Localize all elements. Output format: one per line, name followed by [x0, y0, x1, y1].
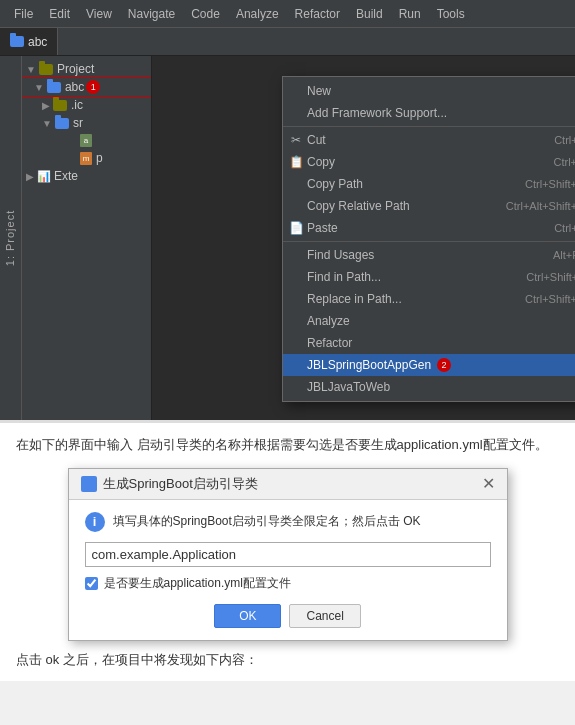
ok-button[interactable]: OK [214, 604, 281, 628]
menu-refactor[interactable]: Refactor [287, 5, 348, 23]
ctx-add-framework[interactable]: Add Framework Support... [283, 102, 575, 124]
ctx-jbl-spring-label: JBLSpringBootAppGen [307, 358, 431, 372]
tree-m[interactable]: m p [22, 149, 151, 167]
ctx-refactor[interactable]: Refactor ▶ [283, 332, 575, 354]
menu-file[interactable]: File [6, 5, 41, 23]
tree-project[interactable]: ▼ Project [22, 60, 151, 78]
menu-build[interactable]: Build [348, 5, 391, 23]
ctx-paste[interactable]: 📄 Paste Ctrl+V [283, 217, 575, 239]
tab-bar: abc [0, 28, 575, 56]
menu-run[interactable]: Run [391, 5, 429, 23]
tab-label: abc [28, 35, 47, 49]
paste-icon: 📄 [289, 221, 303, 235]
ctx-analyze[interactable]: Analyze ▶ [283, 310, 575, 332]
ide-main: 1: Project ▼ Project ▼ abc 1 ▶ .ic ▼ [0, 56, 575, 420]
ctx-find-in-path[interactable]: Find in Path... Ctrl+Shift+F [283, 266, 575, 288]
menu-navigate[interactable]: Navigate [120, 5, 183, 23]
ctx-find-usages[interactable]: Find Usages Alt+F7 [283, 244, 575, 266]
dialog-buttons: OK Cancel [85, 604, 491, 628]
ctx-replace-in-path-label: Replace in Path... [307, 292, 402, 306]
ctx-new-label: New [307, 84, 331, 98]
context-menu: New ▶ Add Framework Support... ✂ Cut Ctr… [282, 76, 575, 402]
class-name-input[interactable] [85, 542, 491, 567]
ctx-analyze-label: Analyze [307, 314, 350, 328]
tab-folder-icon [10, 36, 24, 47]
ctx-jbl-spring[interactable]: JBLSpringBootAppGen 2 [283, 354, 575, 376]
ctx-find-usages-label: Find Usages [307, 248, 374, 262]
ctx-copy-label: Copy [307, 155, 335, 169]
tree-external[interactable]: ▶ 📊 Exte [22, 167, 151, 185]
dialog-title: 生成SpringBoot启动引导类 [81, 475, 258, 493]
project-tree: ▼ Project ▼ abc 1 ▶ .ic ▼ sr [22, 56, 152, 420]
tree-arrow-sr: ▼ [42, 118, 52, 129]
ctx-add-framework-label: Add Framework Support... [307, 106, 447, 120]
ctx-paste-shortcut: Ctrl+V [554, 222, 575, 234]
ctx-replace-in-path-shortcut: Ctrl+Shift+R [525, 293, 575, 305]
sr-folder-icon [55, 118, 69, 129]
tree-arrow-project: ▼ [26, 64, 36, 75]
sidebar-label-text: 1: Project [5, 210, 17, 266]
ctx-copy-relative[interactable]: Copy Relative Path Ctrl+Alt+Shift+C [283, 195, 575, 217]
jbl-spring-badge: 2 [437, 358, 451, 372]
project-folder-icon [39, 64, 53, 75]
ctx-paste-label: Paste [307, 221, 338, 235]
ic-folder-icon [53, 100, 67, 111]
ctx-copy-path[interactable]: Copy Path Ctrl+Shift+C [283, 173, 575, 195]
ctx-copy-path-label: Copy Path [307, 177, 363, 191]
tutorial-description: 在如下的界面中输入 启动引导类的名称并根据需要勾选是否要生成applicatio… [16, 435, 559, 456]
ctx-copy-relative-shortcut: Ctrl+Alt+Shift+C [506, 200, 575, 212]
menu-tools[interactable]: Tools [429, 5, 473, 23]
tree-abc-label: abc [65, 80, 84, 94]
abc-badge: 1 [86, 80, 100, 94]
tree-project-label: Project [57, 62, 94, 76]
generate-yml-checkbox[interactable] [85, 577, 98, 590]
ctx-copy-relative-label: Copy Relative Path [307, 199, 410, 213]
tree-a[interactable]: a [22, 132, 151, 149]
info-icon: i [85, 512, 105, 532]
ctx-sep2 [283, 241, 575, 242]
tree-m-label: p [96, 151, 103, 165]
cancel-button[interactable]: Cancel [289, 604, 360, 628]
tree-sr[interactable]: ▼ sr [22, 114, 151, 132]
abc-folder-icon [47, 82, 61, 93]
ctx-copy-shortcut: Ctrl+C [554, 156, 575, 168]
ctx-find-usages-shortcut: Alt+F7 [553, 249, 575, 261]
sidebar-label[interactable]: 1: Project [0, 56, 22, 420]
tree-arrow-abc: ▼ [34, 82, 44, 93]
tree-ic-label: .ic [71, 98, 83, 112]
ctx-replace-in-path[interactable]: Replace in Path... Ctrl+Shift+R [283, 288, 575, 310]
menu-bar: File Edit View Navigate Code Analyze Ref… [0, 0, 575, 28]
m-file-icon: m [80, 152, 92, 165]
dialog-body: i 填写具体的SpringBoot启动引导类全限定名；然后点击 OK 是否要生成… [69, 500, 507, 640]
ctx-new[interactable]: New ▶ [283, 80, 575, 102]
tree-arrow-external: ▶ [26, 171, 34, 182]
ctx-jbl-java[interactable]: JBLJavaToWeb [283, 376, 575, 398]
external-icon: 📊 [37, 170, 51, 183]
menu-code[interactable]: Code [183, 5, 228, 23]
tab-abc[interactable]: abc [0, 28, 58, 55]
menu-view[interactable]: View [78, 5, 120, 23]
ctx-copy[interactable]: 📋 Copy Ctrl+C [283, 151, 575, 173]
cut-icon: ✂ [289, 133, 303, 147]
ctx-copy-path-shortcut: Ctrl+Shift+C [525, 178, 575, 190]
tree-ic[interactable]: ▶ .ic [22, 96, 151, 114]
menu-analyze[interactable]: Analyze [228, 5, 287, 23]
ctx-find-in-path-shortcut: Ctrl+Shift+F [526, 271, 575, 283]
ctx-refactor-label: Refactor [307, 336, 352, 350]
dialog-title-text: 生成SpringBoot启动引导类 [103, 475, 258, 493]
menu-edit[interactable]: Edit [41, 5, 78, 23]
tree-sr-label: sr [73, 116, 83, 130]
tutorial-section: 在如下的界面中输入 启动引导类的名称并根据需要勾选是否要生成applicatio… [0, 420, 575, 681]
dialog-close-button[interactable]: ✕ [482, 476, 495, 492]
copy-icon: 📋 [289, 155, 303, 169]
ctx-cut[interactable]: ✂ Cut Ctrl+X [283, 129, 575, 151]
ide-section: File Edit View Navigate Code Analyze Ref… [0, 0, 575, 420]
dialog-checkbox-row: 是否要生成application.yml配置文件 [85, 575, 491, 592]
ctx-find-in-path-label: Find in Path... [307, 270, 381, 284]
dialog-info: i 填写具体的SpringBoot启动引导类全限定名；然后点击 OK [85, 512, 491, 532]
tree-abc[interactable]: ▼ abc 1 [22, 78, 151, 96]
dialog-title-icon [81, 476, 97, 492]
ctx-cut-label: Cut [307, 133, 326, 147]
tree-arrow-ic: ▶ [42, 100, 50, 111]
ctx-cut-shortcut: Ctrl+X [554, 134, 575, 146]
